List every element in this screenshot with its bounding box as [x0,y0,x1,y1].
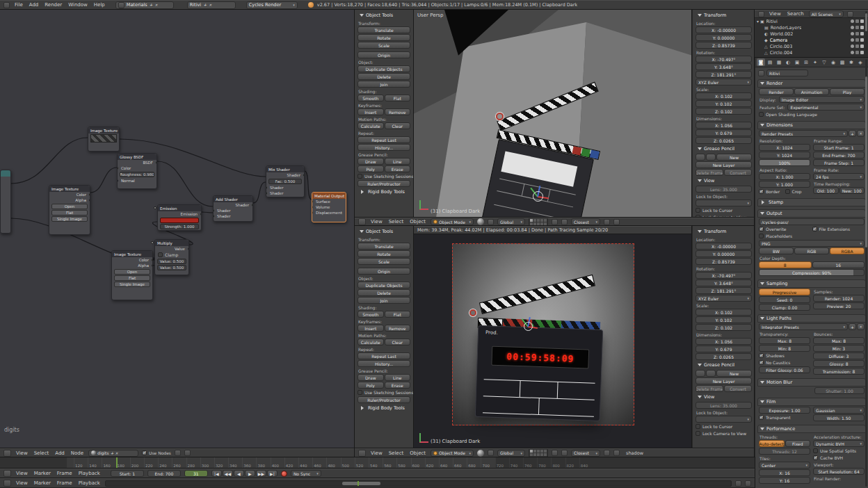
renderability-icon[interactable] [860,51,864,54]
gp-erase-button[interactable]: Erase [385,165,411,172]
menu-view[interactable]: View [15,480,29,486]
filter-width-field[interactable]: Width: 1.50 [813,414,865,421]
rotate-button[interactable]: Rotate [357,34,410,41]
node-image-texture-small[interactable]: Image Texture [88,127,120,152]
scale-field[interactable]: Y: 0.102 [696,316,752,323]
scale-field[interactable]: Z: 0.102 [696,108,752,115]
node-image-texture-2[interactable]: Image Texture Color Alpha Open Flat Sing… [111,250,153,300]
menu-view[interactable]: View [15,471,29,476]
gp-delete-frame-button[interactable]: Delete Frame [696,169,723,176]
renderability-icon[interactable] [860,19,864,23]
transport-button[interactable]: ▶▶ [256,470,266,477]
properties-tab[interactable]: ▩ [838,58,846,66]
remap-old-field[interactable]: Old: 100 [813,187,839,194]
editor-type-icon[interactable] [3,470,11,477]
menu-playback[interactable]: Playback [77,471,102,476]
menu-select[interactable]: Select [387,219,405,225]
menu-marker[interactable]: Marker [33,471,52,476]
remove-scene-icon[interactable] [209,2,211,8]
visibility-icon[interactable] [851,44,854,48]
gp-draw-button[interactable]: Draw [357,374,384,381]
rotation-field[interactable]: Y: 3.648° [696,279,752,286]
object-tools-panel-header[interactable]: Object Tools [357,227,410,236]
value-slider[interactable]: Value: 0.500 [157,265,186,270]
auto-keyframe-icon[interactable] [735,480,741,487]
sketching-sessions-toggle[interactable]: Use Sketching Sessions [357,173,410,179]
integrator-presets-select[interactable]: Integrator Presets [759,323,848,330]
origin-button[interactable]: Origin [357,51,410,58]
node-header[interactable]: Mix Shader [266,166,304,172]
outliner-item-name[interactable]: Circle.003 [770,44,793,49]
gp-draw-button[interactable]: Draw [357,158,384,165]
viewport-3d[interactable]: User Persp (31) Clapboard Dark [414,10,692,218]
transform-manipulator[interactable] [517,315,542,340]
node-header[interactable]: Add Shader [214,196,252,202]
rotation-field[interactable]: Y: 3.648° [696,63,752,70]
rotate-button[interactable]: Rotate [357,250,410,257]
light-paths-panel-header[interactable]: Light Paths [757,314,866,323]
grease-pencil-panel-header[interactable]: Grease Pencil [696,145,752,153]
value-socket[interactable] [188,247,188,250]
clear-paths-button[interactable]: Clear [385,339,411,345]
selectability-icon[interactable] [855,44,859,48]
menu-view[interactable]: View [369,219,384,225]
rgb-button[interactable]: RGB [794,247,829,254]
outliner-item-name[interactable]: World.002 [770,31,793,37]
diffuse-bounces-field[interactable]: Diffuse: 3 [813,352,865,359]
scale-button[interactable]: Scale [357,258,410,265]
scale-field[interactable]: Z: 0.102 [696,324,752,331]
timeline-scrollbar[interactable] [105,480,732,487]
cache-bvh-toggle[interactable]: Cache BVH [813,455,865,461]
transmission-bounces-field[interactable]: Transmission: 8 [813,368,865,375]
add-scene-icon[interactable] [203,2,207,8]
lock-icon[interactable] [552,450,558,456]
threads-count-field[interactable]: Threads: 12 [759,448,810,455]
background-image-icon[interactable] [184,450,191,456]
sketching-sessions-toggle[interactable]: Use Sketching Sessions [357,389,410,396]
emission-socket[interactable] [200,213,201,215]
bounces-min-field[interactable]: Min: 3 [813,345,865,352]
feature-set-select[interactable]: Experimental [787,104,865,111]
gp-draw-icon-button[interactable] [696,370,705,377]
mode-select[interactable]: Object Mode [431,218,474,225]
new-material-icon[interactable] [111,450,114,455]
transform-orientation-select[interactable]: Global [497,218,525,225]
render-engine-select[interactable]: Cycles Render [246,1,298,9]
render-panel-header[interactable]: Render [757,79,866,88]
add-layout-icon[interactable] [150,2,153,8]
transport-button[interactable]: ▶ [245,470,255,477]
object-tools-panel-header[interactable]: Object Tools [357,11,410,19]
visibility-icon[interactable] [851,32,854,35]
node-header[interactable]: Multiply [155,240,188,246]
location-field[interactable]: Y: 0.00000 [696,34,752,41]
gp-convert-button[interactable]: Convert [724,385,752,392]
node-emission[interactable]: Emission Emission Strength: 1.000 [157,204,202,231]
frame-rate-select[interactable]: 24 fps [813,173,865,180]
selectability-icon[interactable] [855,32,859,35]
alpha-socket[interactable] [89,199,90,202]
node-material-output[interactable]: Material Output Surface Volume Displacem… [312,192,346,222]
add-preset-button[interactable] [849,130,856,137]
menu-select[interactable]: Select [33,450,51,456]
use-nodes-toggle[interactable]: Use Nodes [142,450,171,456]
calculate-paths-button[interactable]: Calculate [357,122,384,129]
editor-type-icon[interactable] [3,480,11,487]
history-button[interactable]: History... [357,360,410,367]
resolution-x-field[interactable]: X: 1024 [759,144,810,151]
auto-detect-button[interactable]: Auto-detect [759,440,785,447]
scale-field[interactable]: X: 0.102 [696,309,752,316]
projection-select[interactable]: Flat [114,275,150,281]
gp-poly-button[interactable]: Poly [357,382,384,389]
grease-pencil-panel-header[interactable]: Grease Pencil [696,361,752,369]
id-name-field[interactable]: Ritivi [766,70,808,76]
preview-samples-field[interactable]: Preview: 20 [813,302,865,309]
outliner-item-name[interactable]: Circle.004 [770,50,793,56]
lock-to-cursor-toggle[interactable]: Lock to Cursor [696,423,752,430]
sync-mode-select[interactable]: No Sync [291,470,321,477]
repeat-last-button[interactable]: Repeat Last [357,352,410,359]
location-field[interactable]: Y: 0.00000 [696,250,752,257]
dimension-field[interactable]: X: 1.056 [696,338,752,345]
join-button[interactable]: Join [357,81,410,88]
smooth-button[interactable]: Smooth [357,95,384,101]
remap-new-field[interactable]: New: 100 [839,187,865,194]
